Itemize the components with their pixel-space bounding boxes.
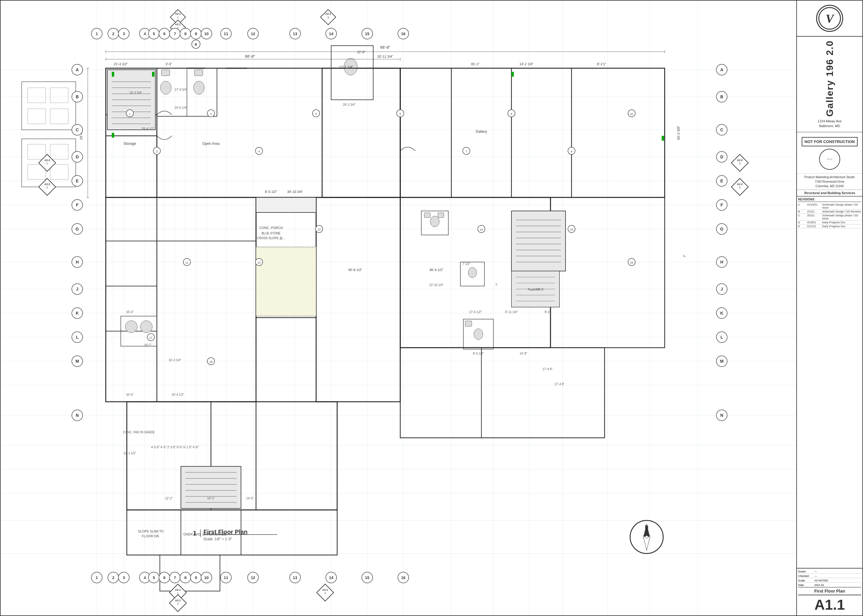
svg-text:1: 1 — [193, 530, 196, 537]
svg-text:14: 14 — [329, 575, 333, 580]
svg-rect-48 — [28, 144, 46, 159]
svg-text:7': 7' — [683, 255, 686, 257]
svg-text:13: 13 — [293, 31, 297, 36]
svg-text:10: 10 — [204, 31, 209, 36]
svg-text:F: F — [721, 203, 723, 207]
checked-row: Checked --- — [798, 574, 861, 578]
svg-rect-179 — [465, 321, 472, 326]
svg-rect-385 — [112, 133, 114, 138]
logo-area: V — [797, 1, 862, 37]
revision-row: D 4/19/21 Early Progress Doc — [798, 220, 861, 225]
svg-text:7: 7 — [174, 31, 176, 36]
svg-text:First Floor Plan: First Floor Plan — [203, 528, 248, 535]
svg-text:4: 4 — [144, 575, 146, 580]
svg-text:34'-10 3/4": 34'-10 3/4" — [287, 190, 303, 193]
svg-text:J: J — [76, 287, 79, 291]
svg-text:G: G — [720, 226, 723, 231]
svg-text:Gallery: Gallery — [476, 129, 487, 134]
svg-rect-387 — [662, 136, 664, 141]
svg-text:A2.1: A2.1 — [175, 588, 181, 591]
svg-text:Scale: 1/8" = 1'-0": Scale: 1/8" = 1'-0" — [203, 537, 232, 541]
company-logo: V — [816, 5, 843, 32]
svg-text:10: 10 — [630, 112, 633, 115]
svg-text:14'-2 1/4": 14'-2 1/4" — [520, 62, 533, 66]
issue-date-row: Date 2021.01 — [798, 583, 861, 587]
svg-text:17: 17 — [149, 336, 152, 339]
svg-text:FLOOR DR.: FLOOR DR. — [142, 534, 160, 538]
svg-text:13: 13 — [293, 575, 297, 580]
bottom-title-block: Drawn --- Checked --- Scale AS NOTED Dat… — [797, 568, 862, 615]
svg-text:1: 1 — [129, 112, 130, 115]
svg-text:V: V — [826, 12, 835, 25]
svg-rect-51 — [50, 164, 68, 179]
svg-point-178 — [474, 329, 483, 339]
svg-text:A2.1: A2.1 — [175, 12, 181, 15]
svg-text:8'-5 1/2": 8'-5 1/2" — [265, 190, 277, 193]
svg-text:14'-1": 14'-1" — [207, 497, 215, 500]
svg-text:A2.1: A2.1 — [175, 23, 181, 26]
svg-text:B: B — [720, 94, 723, 99]
svg-text:CONC. PAD IN GRADE: CONC. PAD IN GRADE — [123, 431, 155, 434]
svg-rect-383 — [112, 72, 114, 77]
svg-text:18: 18 — [209, 360, 212, 363]
svg-text:6: 6 — [399, 112, 401, 115]
svg-text:N: N — [76, 413, 79, 418]
svg-rect-69 — [161, 70, 170, 76]
svg-text:12'-2": 12'-2" — [165, 497, 173, 500]
title-block: V Gallery 196 2.0 1234 Allway Ave Baltim… — [796, 1, 862, 615]
svg-text:10'-4 1/2": 10'-4 1/2" — [171, 393, 184, 396]
svg-rect-74 — [400, 68, 665, 197]
svg-text:16: 16 — [630, 261, 633, 264]
svg-text:C: C — [720, 127, 723, 132]
svg-text:14'-8": 14'-8" — [520, 352, 527, 355]
not-for-construction-label: NOT FOR CONSTRUCTION — [802, 137, 858, 146]
svg-text:8'-11 1/4": 8'-11 1/4" — [505, 310, 518, 314]
svg-text:H: H — [76, 259, 79, 264]
firm-info: Product Marketing Architecture Studio 71… — [797, 174, 862, 190]
svg-text:12: 12 — [258, 261, 261, 264]
svg-text:11: 11 — [185, 261, 189, 264]
svg-text:7'-10": 7'-10" — [462, 262, 470, 266]
svg-text:Open Area: Open Area — [202, 141, 220, 146]
scale-row: Scale AS NOTED — [798, 579, 861, 583]
svg-text:7: 7 — [465, 150, 467, 153]
main-container: 66'-8" 20'-11 3/4" 66'-8" 29'-4 1/2" 21'… — [0, 0, 863, 616]
svg-text:8'-5 1/2": 8'-5 1/2" — [473, 352, 484, 355]
svg-rect-90 — [140, 321, 152, 333]
svg-text:Trash/MR.S: Trash/MR.S — [528, 288, 544, 291]
svg-text:12'-1 1/4": 12'-1 1/4" — [339, 65, 353, 69]
svg-text:12'-0": 12'-0" — [357, 50, 365, 54]
svg-text:4: 4 — [258, 150, 259, 153]
svg-rect-80 — [316, 197, 400, 402]
svg-text:16: 16 — [401, 31, 406, 36]
svg-rect-44 — [50, 88, 68, 103]
svg-text:50'-2 3/8": 50'-2 3/8" — [677, 126, 680, 140]
svg-text:29'-2 3/4": 29'-2 3/4" — [343, 103, 356, 106]
svg-text:1: 1 — [96, 31, 97, 36]
svg-text:15: 15 — [570, 228, 573, 231]
svg-rect-384 — [152, 72, 154, 77]
svg-text:3: 3 — [739, 162, 740, 165]
svg-text:9: 9 — [571, 150, 572, 153]
svg-text:A2.1: A2.1 — [175, 599, 181, 602]
svg-text:B: B — [195, 42, 197, 46]
svg-text:1: 1 — [177, 16, 179, 19]
svg-text:N: N — [645, 525, 648, 530]
svg-text:13: 13 — [318, 228, 321, 231]
svg-rect-110 — [256, 247, 316, 316]
svg-text:81'-1": 81'-1" — [471, 62, 479, 66]
svg-point-162 — [430, 216, 439, 227]
svg-text:G: G — [76, 226, 79, 231]
svg-text:5: 5 — [152, 575, 155, 580]
drawing-area: 66'-8" 20'-11 3/4" 66'-8" 29'-4 1/2" 21'… — [1, 1, 796, 615]
discipline-label: Structural and Building Services — [797, 190, 862, 196]
svg-text:17'-5 1/2": 17'-5 1/2" — [469, 310, 482, 314]
svg-text:F: F — [76, 203, 79, 207]
svg-text:20'-11 3/4": 20'-11 3/4" — [377, 55, 393, 58]
svg-text:A2.1: A2.1 — [325, 12, 331, 15]
svg-text:M: M — [720, 359, 723, 364]
svg-text:7: 7 — [174, 575, 176, 580]
svg-text:29'-4 1/2": 29'-4 1/2" — [141, 127, 154, 130]
svg-text:1: 1 — [46, 162, 48, 165]
svg-text:3: 3 — [123, 575, 125, 580]
